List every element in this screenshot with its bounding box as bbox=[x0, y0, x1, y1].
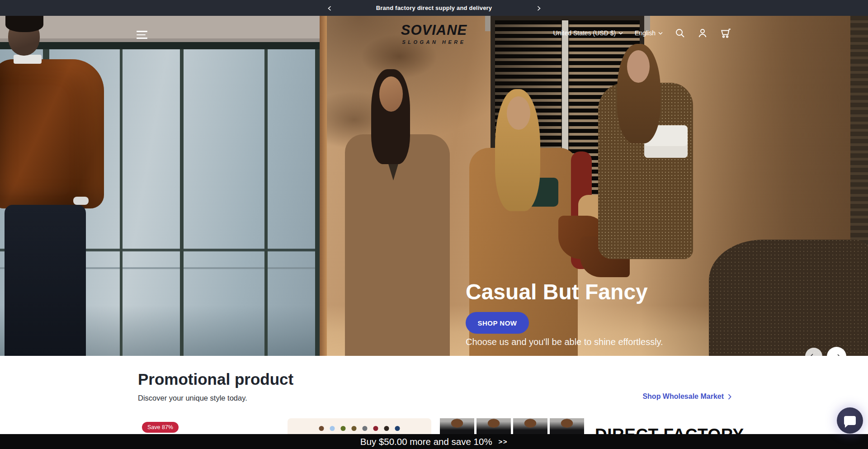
sale-badge: Save 87% bbox=[142, 422, 179, 433]
woman3-tweed-skirt bbox=[709, 240, 868, 356]
product-card-2[interactable] bbox=[288, 418, 431, 434]
country-currency-label: United States (USD $) bbox=[553, 29, 616, 37]
shop-now-button[interactable]: SHOP NOW bbox=[466, 312, 529, 334]
hero-heading: Casual But Fancy bbox=[466, 281, 663, 303]
slide-transition-edge bbox=[320, 16, 327, 356]
incentive-text: Buy $50.00 more and save 10% bbox=[360, 436, 492, 447]
account-button[interactable] bbox=[697, 28, 708, 38]
logo-slogan: SLOGAN HERE bbox=[371, 39, 497, 45]
woman1-face bbox=[379, 76, 403, 112]
brand-logo[interactable]: SOVIANE SLOGAN HERE bbox=[371, 23, 497, 45]
cart-icon bbox=[720, 28, 731, 38]
storefront-page: Brand factory direct supply and delivery bbox=[0, 0, 868, 449]
necklace-thumbnail bbox=[440, 418, 474, 434]
product-card-3[interactable] bbox=[437, 418, 581, 434]
woman1-plaid-coat bbox=[345, 134, 450, 356]
menu-icon bbox=[137, 31, 147, 32]
man-velvet-jacket bbox=[0, 59, 104, 208]
necklace-thumbnail bbox=[550, 418, 584, 434]
color-swatch[interactable] bbox=[373, 426, 378, 431]
chevron-right-icon bbox=[536, 6, 541, 11]
necklace-thumbnail bbox=[476, 418, 511, 434]
color-swatch[interactable] bbox=[363, 426, 368, 431]
color-swatch[interactable] bbox=[330, 426, 335, 431]
section-title: Promotional product bbox=[138, 370, 293, 388]
shop-wholesale-label: Shop Wholesale Market bbox=[642, 392, 724, 401]
necklace-thumbnail bbox=[513, 418, 547, 434]
language-label: English bbox=[635, 29, 656, 37]
product-thumbnail-grid bbox=[440, 418, 584, 434]
cart-incentive-bar[interactable]: Buy $50.00 more and save 10% >> bbox=[0, 434, 868, 449]
search-button[interactable] bbox=[675, 28, 685, 38]
announcement-next-button[interactable] bbox=[533, 2, 544, 14]
arrow-left-icon bbox=[810, 353, 818, 356]
color-swatch[interactable] bbox=[352, 426, 357, 431]
hero-slider: SOVIANE SLOGAN HERE United States (USD $… bbox=[0, 16, 868, 356]
country-currency-selector[interactable]: United States (USD $) bbox=[553, 29, 623, 37]
color-swatch[interactable] bbox=[341, 426, 346, 431]
chevron-down-icon bbox=[618, 32, 623, 35]
chevron-down-icon bbox=[658, 32, 663, 35]
color-swatch[interactable] bbox=[384, 426, 389, 431]
product-card-4[interactable]: DIRECT FACTORY bbox=[587, 418, 731, 434]
header-controls: United States (USD $) English bbox=[553, 28, 731, 38]
site-header: SOVIANE SLOGAN HERE United States (USD $… bbox=[0, 20, 868, 57]
announcement-bar: Brand factory direct supply and delivery bbox=[0, 0, 868, 16]
incentive-arrows: >> bbox=[499, 438, 508, 445]
shop-wholesale-link[interactable]: Shop Wholesale Market bbox=[642, 392, 731, 401]
hero-tagline: Choose us and you'll be able to shine ef… bbox=[466, 337, 663, 347]
menu-button[interactable] bbox=[135, 28, 150, 41]
announcement-text: Brand factory direct supply and delivery bbox=[376, 5, 492, 11]
announcement-prev-button[interactable] bbox=[324, 2, 335, 14]
man-shirt-cuff bbox=[73, 197, 89, 205]
search-icon bbox=[675, 28, 685, 38]
arrow-right-icon bbox=[833, 354, 841, 356]
cart-button[interactable] bbox=[720, 28, 731, 38]
language-selector[interactable]: English bbox=[635, 29, 663, 37]
man-trousers bbox=[5, 205, 86, 356]
color-swatch[interactable] bbox=[395, 426, 400, 431]
color-swatches bbox=[319, 426, 400, 431]
chevron-left-icon bbox=[327, 6, 332, 11]
hero-slide-menswear bbox=[0, 16, 327, 356]
chat-icon bbox=[844, 416, 856, 425]
account-icon bbox=[697, 28, 708, 38]
woman2-face bbox=[507, 96, 530, 130]
product-card-1[interactable]: Save 87% bbox=[138, 418, 282, 434]
color-swatch[interactable] bbox=[319, 426, 324, 431]
logo-text: SOVIANE bbox=[371, 23, 497, 37]
hero-content: Casual But Fancy SHOP NOW Choose us and … bbox=[466, 281, 663, 347]
chat-launcher-button[interactable] bbox=[837, 407, 863, 434]
chevron-right-icon bbox=[728, 394, 731, 400]
section-subtitle: Discover your unique style today. bbox=[138, 394, 247, 402]
